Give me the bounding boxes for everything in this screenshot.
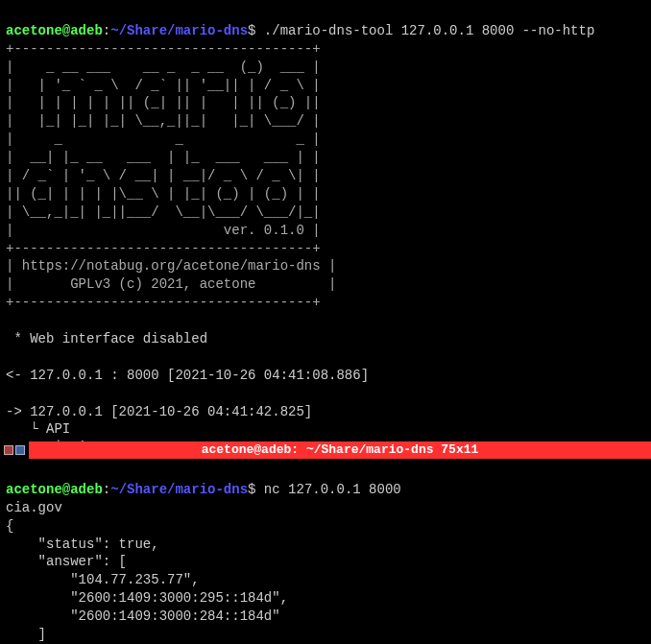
output-line: ]: [6, 627, 46, 642]
titlebar-icons: [0, 441, 29, 459]
prompt-path: ~/Share/mario-dns: [110, 482, 248, 497]
output-line: "2600:1409:3000:284::184d": [6, 608, 280, 624]
command-bottom: nc 127.0.0.1 8000: [255, 482, 400, 497]
output-line: cia.gov: [6, 500, 62, 515]
output-line: {: [6, 518, 13, 534]
titlebar-icon[interactable]: [4, 445, 13, 455]
output-line: "status": true,: [6, 537, 159, 552]
log-request: -> 127.0.0.1 [2021-10-26 04:41:42.825]: [6, 404, 312, 419]
prompt-user: acetone@adeb: [6, 23, 103, 38]
pane-titlebar: acetone@adeb: ~/Share/mario-dns 75x11: [0, 441, 651, 459]
output-line: "104.77.235.77",: [6, 572, 200, 587]
output-line: "answer": [: [6, 554, 127, 569]
prompt-path: ~/Share/mario-dns: [110, 23, 248, 38]
msg-web-disabled: * Web interface disabled: [6, 331, 207, 346]
terminal-pane-top[interactable]: acetone@adeb:~/Share/mario-dns$ ./mario-…: [0, 0, 651, 441]
divider: +-------------------------------------+: [6, 295, 321, 310]
prompt-colon: :: [103, 482, 110, 497]
log-api: └ API: [6, 421, 70, 437]
log-listen: <- 127.0.0.1 : 8000 [2021-10-26 04:41:08…: [6, 368, 369, 383]
ascii-banner: +-------------------------------------+ …: [6, 41, 321, 256]
command-top: ./mario-dns-tool 127.0.0.1 8000 --no-htt…: [255, 23, 594, 38]
prompt-colon: :: [103, 23, 110, 38]
info-url: | https://notabug.org/acetone/mario-dns …: [6, 258, 336, 274]
titlebar-icon[interactable]: [15, 445, 25, 455]
output-line: "2600:1409:3000:295::184d",: [6, 590, 288, 606]
titlebar-text: acetone@adeb: ~/Share/mario-dns 75x11: [29, 441, 651, 459]
info-license: | GPLv3 (c) 2021, acetone |: [6, 276, 336, 292]
terminal-pane-bottom[interactable]: acetone@adeb:~/Share/mario-dns$ nc 127.0…: [0, 459, 651, 644]
prompt-user: acetone@adeb: [6, 482, 103, 497]
